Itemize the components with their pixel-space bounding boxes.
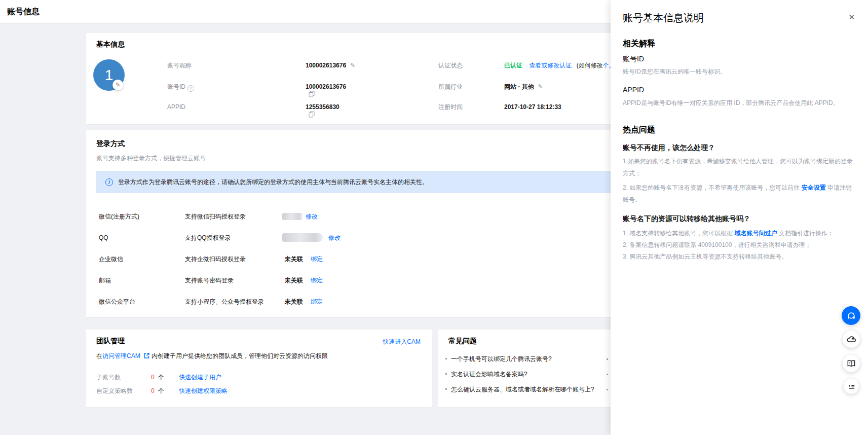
account-id-desc: 账号ID是您在腾讯云的唯一账号标识。 <box>623 66 857 77</box>
login-method-name: 微信(注册方式) <box>99 211 139 222</box>
nickname-label: 账号昵称 <box>167 61 192 69</box>
bind-link[interactable]: 绑定 <box>311 275 323 285</box>
industry-value-text: 网站 - 其他 <box>504 83 534 90</box>
team-management-card: 团队管理 快速进入CAM 在访问管理CAM 内创建子用户提供给您的团队成员，管理… <box>86 330 432 407</box>
close-icon[interactable]: ✕ <box>848 13 855 22</box>
auth-status-badge: 已认证 <box>504 62 522 69</box>
bind-link[interactable]: 绑定 <box>311 297 323 307</box>
cam-link[interactable]: 访问管理CAM <box>102 352 140 359</box>
login-method-name: 微信公众平台 <box>99 297 135 307</box>
faq-item[interactable]: 实名认证会影响域名备案吗? <box>445 370 527 378</box>
edit-nickname-icon[interactable]: ✎ <box>350 62 355 69</box>
security-settings-link[interactable]: 安全设置 <box>802 184 826 191</box>
appid-value-text: 1255356830 <box>306 103 339 111</box>
bind-link[interactable]: 绑定 <box>311 254 323 264</box>
create-subuser-link[interactable]: 快速创建子用户 <box>179 373 221 381</box>
stat-unit: 个 <box>158 387 164 395</box>
bullet-icon <box>445 358 447 359</box>
bullet-icon <box>445 373 447 375</box>
panel-title: 账号基本信息说明 <box>623 11 704 25</box>
stat-count: 0 <box>151 373 155 381</box>
regtime-label: 注册时间 <box>438 103 463 111</box>
login-method-desc: 支持QQ授权登录 <box>185 233 231 243</box>
q1-item-2: 2. 如果您的账号名下没有资源，不希望再使用该账号，您可以前往 安全设置 申请注… <box>623 182 854 206</box>
team-management-title: 团队管理 <box>96 337 125 346</box>
account-id-value-text: 100002613676 <box>306 83 346 90</box>
industry-label: 所属行业 <box>438 83 463 91</box>
faq-item-text: 怎么确认云服务器、域名或者域名解析在哪个账号上? <box>451 386 594 393</box>
appid-label: APPID <box>167 103 185 111</box>
q2-item-1-post: 文档指引进行操作； <box>777 230 834 237</box>
help-icon[interactable]: ? <box>187 85 194 92</box>
bullet-icon <box>607 374 608 375</box>
login-method-desc: 支持小程序、公众号授权登录 <box>185 297 264 307</box>
custom-policy-stat-row: 自定义策略数 0 个 快速创建权限策略 <box>96 387 299 395</box>
q2-item-1-pre: 1. 域名支持转移给其他账号，您可以根据 <box>623 230 735 237</box>
question-2: 账号名下的资源可以转移给其他账号吗？ <box>623 214 750 224</box>
auth-status-value: 已认证 查看或修改认证 (如何修改个人/企 <box>504 61 623 69</box>
appid-value: 1255356830 <box>306 103 339 118</box>
q1-item-1: 1 如果您的账号名下仍有资源，希望移交账号给他人管理，您可以为账号绑定新的登录方… <box>623 155 854 179</box>
team-desc: 在访问管理CAM 内创建子用户提供给您的团队成员，管理他们对云资源的访问权限 <box>96 352 328 360</box>
question-1: 账号不再使用，该怎么处理？ <box>623 143 715 153</box>
auth-modify-link[interactable]: 查看或修改认证 <box>529 62 572 69</box>
stat-label: 子账号数 <box>96 373 121 381</box>
avatar-text: 1 <box>105 66 114 84</box>
q1-item-2-pre: 2. 如果您的账号名下没有资源，不希望再使用该账号，您可以前往 <box>623 184 802 191</box>
avatar-edit-button[interactable]: ✎ <box>112 80 123 90</box>
feedback-fab[interactable] <box>844 379 859 394</box>
bullet-icon <box>445 388 447 390</box>
faq-item-text: 一个手机号可以绑定几个腾讯云账号? <box>451 355 552 362</box>
appid-desc: APPID是与账号ID有唯一对应关系的应用 ID，部分腾讯云产品会使用此 APP… <box>623 98 857 108</box>
login-method-name: QQ <box>99 233 108 243</box>
copy-icon[interactable] <box>309 111 315 118</box>
explain-section-title: 相关解释 <box>623 39 655 49</box>
info-banner-text: 登录方式作为登录腾讯云账号的途径，请确认您所绑定的登录方式的使用主体与当前腾讯云… <box>118 178 428 187</box>
login-method-desc: 支持账号密码登录 <box>185 275 234 285</box>
create-policy-link[interactable]: 快速创建权限策略 <box>179 387 228 395</box>
account-id-value: 100002613676 <box>306 83 346 97</box>
login-methods-title: 登录方式 <box>96 139 125 149</box>
question-2-body: 1. 域名支持转移给其他账号，您可以根据 域名账号间过户 文档指引进行操作； 2… <box>623 228 857 263</box>
faq-title: 常见问题 <box>448 337 477 346</box>
modify-link[interactable]: 修改 <box>328 233 341 243</box>
list-icon <box>847 382 856 391</box>
account-id-label-text: 账号ID <box>167 83 185 90</box>
cloud-bell-icon <box>846 334 856 344</box>
account-id-label: 账号ID? <box>167 83 194 92</box>
headset-icon <box>846 311 856 321</box>
login-method-status: 未关联 <box>285 297 303 307</box>
edit-industry-icon[interactable]: ✎ <box>538 83 543 90</box>
login-methods-subtitle: 账号支持多种登录方式，便捷管理云账号 <box>96 154 206 163</box>
login-method-status: 未关联 <box>285 254 303 264</box>
edit-icon: ✎ <box>116 82 120 88</box>
cam-quick-link[interactable]: 快速进入CAM <box>383 338 421 346</box>
customer-service-fab[interactable] <box>842 306 860 325</box>
faq-item[interactable]: 怎么确认云服务器、域名或者域名解析在哪个账号上? <box>445 385 594 393</box>
copy-icon[interactable] <box>309 91 315 97</box>
modify-link[interactable]: 修改 <box>306 211 318 222</box>
info-icon: i <box>105 178 113 186</box>
industry-value: 网站 - 其他✎ <box>504 83 543 91</box>
login-method-status: 未关联 <box>285 275 303 285</box>
login-method-name: 邮箱 <box>99 275 111 285</box>
hot-section-title: 热点问题 <box>623 125 655 135</box>
faq-item[interactable]: 一个手机号可以绑定几个腾讯云账号? <box>445 355 552 363</box>
stat-count: 0 <box>151 387 155 395</box>
nickname-value-text: 100002613676 <box>306 62 346 69</box>
q2-item-2: 2. 备案信息转移问题请联系 4009100100，进行相关咨询和申请办理； <box>623 239 857 251</box>
regtime-value: 2017-10-27 18:12:33 <box>504 103 561 111</box>
stat-unit: 个 <box>158 373 164 381</box>
login-method-desc: 支持微信扫码授权登录 <box>185 211 246 222</box>
bullet-icon <box>607 358 608 360</box>
auth-status-label: 认证状态 <box>438 61 463 69</box>
book-icon <box>846 358 856 369</box>
notifications-fab[interactable] <box>843 331 860 348</box>
faq-item-text: 实名认证会影响域名备案吗? <box>451 371 527 378</box>
documentation-fab[interactable] <box>843 355 860 372</box>
external-link-icon <box>144 353 149 358</box>
account-id-heading: 账号ID <box>623 55 644 64</box>
nickname-value: 100002613676✎ <box>306 61 355 69</box>
domain-transfer-link[interactable]: 域名账号间过户 <box>735 230 777 237</box>
help-side-panel: 账号基本信息说明 ✕ 相关解释 账号ID 账号ID是您在腾讯云的唯一账号标识。 … <box>611 0 868 435</box>
